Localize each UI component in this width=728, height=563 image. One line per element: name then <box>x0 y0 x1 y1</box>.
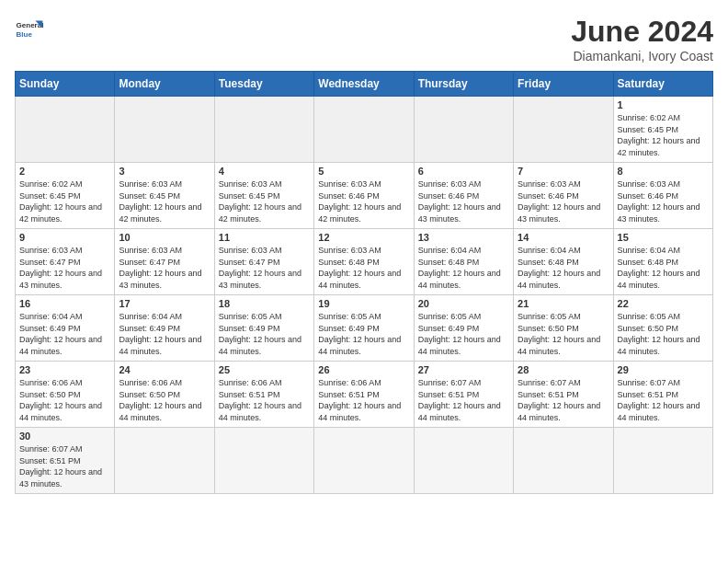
day-number: 6 <box>418 166 509 177</box>
calendar-cell: 16Sunrise: 6:04 AMSunset: 6:49 PMDayligh… <box>16 295 115 362</box>
day-number: 14 <box>518 232 609 243</box>
calendar-cell <box>514 428 613 494</box>
day-info: Sunrise: 6:07 AMSunset: 6:51 PMDaylight:… <box>518 377 609 423</box>
calendar-week-2: 2Sunrise: 6:02 AMSunset: 6:45 PMDaylight… <box>16 163 713 229</box>
day-info: Sunrise: 6:03 AMSunset: 6:46 PMDaylight:… <box>318 178 409 224</box>
day-number: 17 <box>119 298 210 309</box>
calendar-cell <box>414 97 513 163</box>
calendar-cell: 30Sunrise: 6:07 AMSunset: 6:51 PMDayligh… <box>16 428 115 494</box>
calendar-cell: 10Sunrise: 6:03 AMSunset: 6:47 PMDayligh… <box>115 229 214 295</box>
calendar-week-3: 9Sunrise: 6:03 AMSunset: 6:47 PMDaylight… <box>16 229 713 295</box>
weekday-header-monday: Monday <box>115 72 214 97</box>
calendar-cell <box>314 428 414 494</box>
day-number: 30 <box>19 431 110 442</box>
calendar-cell: 4Sunrise: 6:03 AMSunset: 6:45 PMDaylight… <box>214 163 313 229</box>
calendar-cell: 22Sunrise: 6:05 AMSunset: 6:50 PMDayligh… <box>613 295 712 362</box>
weekday-header-tuesday: Tuesday <box>214 72 313 97</box>
calendar-cell: 2Sunrise: 6:02 AMSunset: 6:45 PMDaylight… <box>16 163 115 229</box>
calendar-cell: 7Sunrise: 6:03 AMSunset: 6:46 PMDaylight… <box>514 163 613 229</box>
day-number: 25 <box>219 364 310 375</box>
calendar-cell: 1Sunrise: 6:02 AMSunset: 6:45 PMDaylight… <box>613 97 712 163</box>
day-number: 29 <box>618 364 709 375</box>
calendar-cell: 6Sunrise: 6:03 AMSunset: 6:46 PMDaylight… <box>414 163 513 229</box>
day-number: 7 <box>518 166 609 177</box>
calendar-cell <box>214 428 313 494</box>
calendar-cell: 8Sunrise: 6:03 AMSunset: 6:46 PMDaylight… <box>613 163 712 229</box>
day-number: 8 <box>618 166 709 177</box>
calendar-cell: 11Sunrise: 6:03 AMSunset: 6:47 PMDayligh… <box>214 229 313 295</box>
calendar-cell <box>414 428 513 494</box>
calendar-cell <box>214 97 313 163</box>
day-info: Sunrise: 6:02 AMSunset: 6:45 PMDaylight:… <box>618 112 709 158</box>
calendar-cell <box>514 97 613 163</box>
day-number: 12 <box>318 232 409 243</box>
day-info: Sunrise: 6:07 AMSunset: 6:51 PMDaylight:… <box>418 377 509 423</box>
day-info: Sunrise: 6:07 AMSunset: 6:51 PMDaylight:… <box>19 443 110 489</box>
day-number: 4 <box>219 166 310 177</box>
day-info: Sunrise: 6:03 AMSunset: 6:46 PMDaylight:… <box>418 178 509 224</box>
weekday-header-row: SundayMondayTuesdayWednesdayThursdayFrid… <box>16 72 713 97</box>
calendar-cell: 24Sunrise: 6:06 AMSunset: 6:50 PMDayligh… <box>115 362 214 428</box>
calendar-cell: 3Sunrise: 6:03 AMSunset: 6:45 PMDaylight… <box>115 163 214 229</box>
calendar-cell: 26Sunrise: 6:06 AMSunset: 6:51 PMDayligh… <box>314 362 414 428</box>
day-number: 23 <box>19 364 110 375</box>
calendar-cell: 17Sunrise: 6:04 AMSunset: 6:49 PMDayligh… <box>115 295 214 362</box>
calendar-cell: 28Sunrise: 6:07 AMSunset: 6:51 PMDayligh… <box>514 362 613 428</box>
day-info: Sunrise: 6:03 AMSunset: 6:47 PMDaylight:… <box>219 245 310 291</box>
day-number: 27 <box>418 364 509 375</box>
weekday-header-wednesday: Wednesday <box>314 72 414 97</box>
calendar-cell: 9Sunrise: 6:03 AMSunset: 6:47 PMDaylight… <box>16 229 115 295</box>
weekday-header-thursday: Thursday <box>414 72 513 97</box>
weekday-header-sunday: Sunday <box>16 72 115 97</box>
day-number: 2 <box>19 166 110 177</box>
calendar-week-1: 1Sunrise: 6:02 AMSunset: 6:45 PMDaylight… <box>16 97 713 163</box>
calendar-cell: 23Sunrise: 6:06 AMSunset: 6:50 PMDayligh… <box>16 362 115 428</box>
day-info: Sunrise: 6:03 AMSunset: 6:47 PMDaylight:… <box>119 245 210 291</box>
calendar-week-6: 30Sunrise: 6:07 AMSunset: 6:51 PMDayligh… <box>16 428 713 494</box>
day-number: 3 <box>119 166 210 177</box>
svg-text:Blue: Blue <box>17 30 33 39</box>
calendar-cell <box>115 97 214 163</box>
day-number: 16 <box>19 298 110 309</box>
calendar-title-area: June 2024 Diamankani, Ivory Coast <box>571 15 713 63</box>
calendar-cell: 15Sunrise: 6:04 AMSunset: 6:48 PMDayligh… <box>613 229 712 295</box>
day-info: Sunrise: 6:03 AMSunset: 6:45 PMDaylight:… <box>119 178 210 224</box>
day-info: Sunrise: 6:02 AMSunset: 6:45 PMDaylight:… <box>19 178 110 224</box>
day-number: 19 <box>318 298 409 309</box>
calendar-cell: 14Sunrise: 6:04 AMSunset: 6:48 PMDayligh… <box>514 229 613 295</box>
day-number: 15 <box>618 232 709 243</box>
day-info: Sunrise: 6:05 AMSunset: 6:50 PMDaylight:… <box>518 311 609 357</box>
calendar-cell <box>16 97 115 163</box>
day-info: Sunrise: 6:03 AMSunset: 6:45 PMDaylight:… <box>219 178 310 224</box>
day-info: Sunrise: 6:04 AMSunset: 6:49 PMDaylight:… <box>19 311 110 357</box>
calendar-cell <box>613 428 712 494</box>
weekday-header-friday: Friday <box>514 72 613 97</box>
calendar-body: 1Sunrise: 6:02 AMSunset: 6:45 PMDaylight… <box>16 97 713 494</box>
calendar-subtitle: Diamankani, Ivory Coast <box>571 49 713 63</box>
logo: General Blue <box>15 15 44 44</box>
day-number: 24 <box>119 364 210 375</box>
day-number: 1 <box>618 99 709 110</box>
calendar-cell: 5Sunrise: 6:03 AMSunset: 6:46 PMDaylight… <box>314 163 414 229</box>
day-number: 22 <box>618 298 709 309</box>
day-number: 9 <box>19 232 110 243</box>
day-info: Sunrise: 6:05 AMSunset: 6:49 PMDaylight:… <box>219 311 310 357</box>
day-info: Sunrise: 6:06 AMSunset: 6:50 PMDaylight:… <box>19 377 110 423</box>
calendar-cell: 18Sunrise: 6:05 AMSunset: 6:49 PMDayligh… <box>214 295 313 362</box>
calendar-cell: 27Sunrise: 6:07 AMSunset: 6:51 PMDayligh… <box>414 362 513 428</box>
day-info: Sunrise: 6:05 AMSunset: 6:50 PMDaylight:… <box>618 311 709 357</box>
calendar-cell <box>314 97 414 163</box>
general-blue-logo-icon: General Blue <box>15 15 44 44</box>
calendar-cell: 19Sunrise: 6:05 AMSunset: 6:49 PMDayligh… <box>314 295 414 362</box>
day-info: Sunrise: 6:04 AMSunset: 6:48 PMDaylight:… <box>618 245 709 291</box>
day-info: Sunrise: 6:06 AMSunset: 6:51 PMDaylight:… <box>219 377 310 423</box>
day-number: 18 <box>219 298 310 309</box>
calendar-week-4: 16Sunrise: 6:04 AMSunset: 6:49 PMDayligh… <box>16 295 713 362</box>
calendar-cell: 13Sunrise: 6:04 AMSunset: 6:48 PMDayligh… <box>414 229 513 295</box>
calendar-header: SundayMondayTuesdayWednesdayThursdayFrid… <box>16 72 713 97</box>
day-info: Sunrise: 6:04 AMSunset: 6:48 PMDaylight:… <box>418 245 509 291</box>
day-info: Sunrise: 6:04 AMSunset: 6:49 PMDaylight:… <box>119 311 210 357</box>
day-number: 26 <box>318 364 409 375</box>
calendar-cell: 29Sunrise: 6:07 AMSunset: 6:51 PMDayligh… <box>613 362 712 428</box>
weekday-header-saturday: Saturday <box>613 72 712 97</box>
